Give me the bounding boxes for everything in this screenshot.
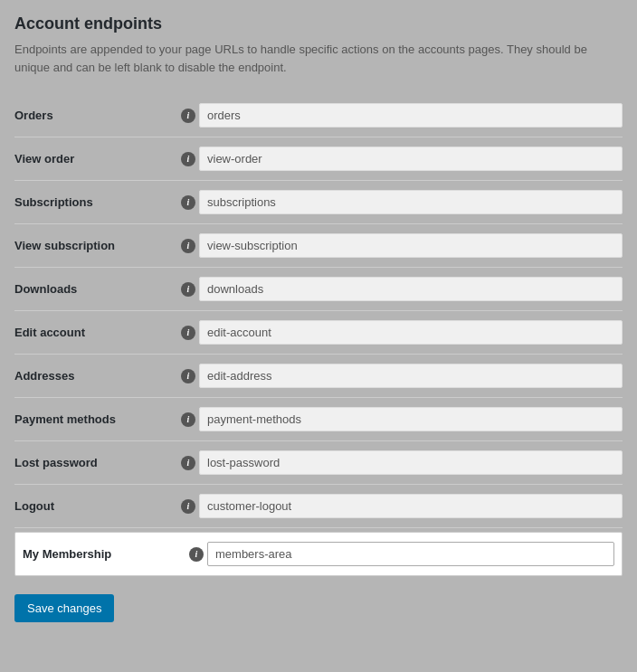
input-view-order[interactable] [199, 147, 623, 171]
field-label-addresses: Addresses [14, 369, 177, 383]
field-input-container-orders [199, 103, 623, 128]
form-row-addresses: Addressesi [14, 355, 623, 398]
field-label-edit-account: Edit account [14, 326, 177, 339]
field-input-container-downloads [199, 277, 623, 301]
page-description: Endpoints are appended to your page URLs… [14, 41, 623, 76]
field-input-container-logout [199, 494, 623, 518]
account-endpoints-form: OrdersiView orderiSubscriptionsiView sub… [14, 94, 623, 576]
form-row-downloads: Downloadsi [14, 268, 623, 311]
input-orders[interactable] [199, 103, 623, 128]
help-icon-lost-password[interactable]: i [177, 456, 199, 470]
help-icon-logout[interactable]: i [177, 499, 199, 514]
field-input-container-my-membership [207, 542, 614, 566]
help-icon-view-subscription[interactable]: i [177, 239, 199, 253]
help-icon-addresses[interactable]: i [177, 369, 199, 383]
form-row-subscriptions: Subscriptionsi [14, 181, 623, 224]
input-view-subscription[interactable] [199, 233, 623, 258]
field-label-subscriptions: Subscriptions [14, 195, 177, 209]
form-row-view-subscription: View subscriptioni [14, 224, 623, 268]
field-label-logout: Logout [14, 499, 177, 513]
form-row-orders: Ordersi [14, 94, 623, 137]
form-row-logout: Logouti [14, 485, 623, 528]
field-label-downloads: Downloads [14, 282, 177, 296]
help-icon-payment-methods[interactable]: i [177, 412, 199, 427]
field-input-container-lost-password [199, 450, 623, 475]
help-icon-view-order[interactable]: i [177, 152, 199, 166]
field-label-view-order: View order [14, 152, 177, 166]
field-input-container-subscriptions [199, 190, 623, 214]
form-row-my-membership: My Membershipi [14, 532, 623, 576]
field-input-container-addresses [199, 364, 623, 388]
field-label-view-subscription: View subscription [14, 239, 177, 252]
field-label-my-membership: My Membership [23, 547, 185, 561]
save-button[interactable]: Save changes [14, 594, 114, 622]
help-icon-orders[interactable]: i [177, 109, 199, 123]
form-row-edit-account: Edit accounti [14, 311, 623, 355]
field-input-container-view-order [199, 147, 623, 171]
field-label-payment-methods: Payment methods [14, 412, 177, 426]
input-my-membership[interactable] [207, 542, 614, 566]
input-lost-password[interactable] [199, 450, 623, 475]
help-icon-my-membership[interactable]: i [185, 547, 207, 562]
field-label-orders: Orders [14, 109, 177, 122]
input-edit-account[interactable] [199, 320, 623, 345]
input-payment-methods[interactable] [199, 407, 623, 431]
field-input-container-payment-methods [199, 407, 623, 431]
help-icon-downloads[interactable]: i [177, 282, 199, 297]
form-row-payment-methods: Payment methodsi [14, 398, 623, 441]
field-input-container-view-subscription [199, 233, 623, 258]
form-row-view-order: View orderi [14, 137, 623, 181]
page-title: Account endpoints [14, 14, 623, 33]
input-addresses[interactable] [199, 364, 623, 388]
input-subscriptions[interactable] [199, 190, 623, 214]
input-downloads[interactable] [199, 277, 623, 301]
help-icon-subscriptions[interactable]: i [177, 195, 199, 210]
field-label-lost-password: Lost password [14, 456, 177, 469]
help-icon-edit-account[interactable]: i [177, 326, 199, 340]
form-row-lost-password: Lost passwordi [14, 441, 623, 485]
input-logout[interactable] [199, 494, 623, 518]
field-input-container-edit-account [199, 320, 623, 345]
